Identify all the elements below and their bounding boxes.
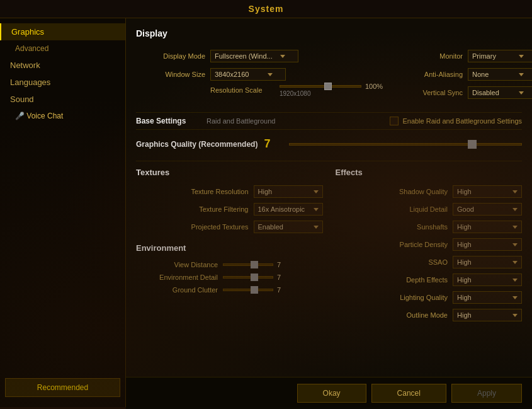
dropdown-arrow-icon (314, 208, 319, 211)
monitor-label: Monitor (406, 52, 463, 60)
enable-raid-label: Enable Raid and Battleground Settings (402, 117, 522, 125)
env-slider-1[interactable] (223, 276, 273, 279)
dropdown-arrow-icon (512, 190, 518, 193)
graphics-quality-row: Graphics Quality (Recommended) 7 (136, 137, 522, 151)
effect-label-4: SSAO (336, 258, 448, 266)
dropdown-arrow-icon (512, 243, 518, 246)
sidebar-item-sound[interactable]: Sound (0, 91, 125, 108)
dropdown-arrow-icon (314, 190, 319, 193)
sidebar-item-languages[interactable]: Languages (0, 74, 125, 91)
quality-value: 7 (264, 137, 283, 151)
projected-textures-label: Projected Textures (136, 223, 249, 231)
env-value-1: 7 (277, 274, 286, 281)
environment-title: Environment (136, 243, 323, 255)
vertical-sync-label: Vertical Sync (406, 89, 463, 96)
effects-row: Shadow Quality High (336, 185, 523, 198)
texture-filtering-dropdown[interactable]: 16x Anisotropic (254, 203, 323, 216)
texture-resolution-dropdown[interactable]: High (254, 185, 323, 198)
sidebar-item-voice-chat[interactable]: 🎤 Voice Chat (0, 108, 125, 124)
effect-label-6: Lighting Quality (336, 294, 448, 301)
env-value-2: 7 (277, 286, 286, 294)
dropdown-arrow-icon (512, 296, 518, 299)
vertical-sync-dropdown[interactable]: Disabled (468, 86, 532, 99)
effects-title: Effects (336, 168, 523, 179)
quality-slider[interactable] (289, 143, 522, 146)
textures-section: Textures Texture Resolution High Texture… (136, 168, 323, 326)
effect-label-5: Depth Effects (336, 276, 448, 284)
base-settings-label: Base Settings (136, 117, 199, 125)
quality-label: Graphics Quality (Recommended) (136, 140, 258, 149)
effect-label-2: Sunshafts (336, 223, 448, 231)
sidebar-item-graphics[interactable]: Graphics (0, 23, 125, 40)
effect-dropdown-0[interactable]: High (453, 185, 522, 198)
page-title: System (249, 4, 284, 14)
textures-title: Textures (136, 168, 323, 179)
projected-textures-dropdown[interactable]: Enabled (254, 221, 323, 233)
dropdown-arrow-icon (512, 279, 518, 282)
projected-textures-row: Projected Textures Enabled (136, 221, 323, 233)
env-row: Ground Clutter 7 (136, 286, 323, 294)
anti-aliasing-label: Anti-Aliasing (406, 71, 463, 78)
effect-label-7: Outline Mode (336, 311, 448, 319)
dropdown-arrow-icon (280, 55, 285, 58)
env-value-0: 7 (277, 261, 286, 268)
texture-resolution-label: Texture Resolution (136, 188, 249, 195)
effects-row: Particle Density High (336, 238, 523, 251)
dropdown-arrow-icon (512, 226, 518, 229)
env-label-1: Environment Detail (136, 274, 218, 281)
effects-row: Lighting Quality High (336, 291, 523, 304)
effect-dropdown-4[interactable]: High (453, 256, 522, 268)
resolution-scale-slider[interactable] (280, 85, 361, 88)
okay-button[interactable]: Okay (297, 384, 366, 403)
effects-rows: Shadow Quality High Liquid Detail Good S… (336, 185, 523, 321)
dropdown-arrow-icon (314, 226, 319, 229)
env-slider-2[interactable] (223, 289, 273, 291)
dropdown-arrow-icon (519, 73, 524, 76)
recommended-button[interactable]: Recommended (5, 378, 120, 397)
effect-dropdown-1[interactable]: Good (453, 203, 522, 216)
texture-filtering-row: Texture Filtering 16x Anisotropic (136, 203, 323, 216)
effect-label-0: Shadow Quality (336, 188, 448, 195)
env-label-2: Ground Clutter (136, 286, 218, 294)
enable-raid-checkbox[interactable] (390, 117, 399, 125)
window-size-dropdown[interactable]: 3840x2160 (210, 68, 286, 81)
texture-filtering-label: Texture Filtering (136, 205, 249, 213)
environment-rows: View Distance 7 Environment Detail 7 Gro… (136, 261, 323, 294)
effect-label-3: Particle Density (336, 241, 448, 248)
divider (136, 161, 522, 161)
monitor-dropdown[interactable]: Primary (468, 50, 532, 62)
cancel-button[interactable]: Cancel (371, 384, 446, 403)
sidebar-item-network[interactable]: Network (0, 57, 125, 74)
checkbox-container: Enable Raid and Battleground Settings (390, 117, 522, 125)
settings-columns: Textures Texture Resolution High Texture… (136, 168, 522, 326)
effect-label-1: Liquid Detail (336, 205, 448, 213)
content-area: Display Display Mode Fullscreen (Wind...… (126, 18, 532, 407)
env-row: Environment Detail 7 (136, 274, 323, 281)
dropdown-arrow-icon (519, 55, 524, 58)
environment-section: Environment View Distance 7 Environment … (136, 243, 323, 294)
effect-dropdown-6[interactable]: High (453, 291, 522, 304)
effect-dropdown-5[interactable]: High (453, 274, 522, 286)
resolution-scale-value: 100% (365, 83, 387, 90)
dropdown-arrow-icon (519, 91, 524, 95)
resolution-scale-label: Resolution Scale (210, 86, 263, 94)
effects-row: Outline Mode High (336, 309, 523, 321)
effect-dropdown-3[interactable]: High (453, 238, 522, 251)
sidebar-item-advanced[interactable]: Advanced (0, 40, 125, 57)
effects-row: Sunshafts High (336, 221, 523, 233)
effect-dropdown-2[interactable]: High (453, 221, 522, 233)
env-slider-0[interactable] (223, 263, 273, 266)
texture-resolution-row: Texture Resolution High (136, 185, 323, 198)
display-mode-dropdown[interactable]: Fullscreen (Wind... (210, 50, 298, 62)
apply-button[interactable]: Apply (451, 384, 522, 403)
dropdown-arrow-icon (512, 208, 518, 211)
env-row: View Distance 7 (136, 261, 323, 268)
effect-dropdown-7[interactable]: High (453, 309, 522, 321)
effects-row: Depth Effects High (336, 274, 523, 286)
env-label-0: View Distance (136, 261, 218, 268)
effects-row: Liquid Detail Good (336, 203, 523, 216)
sidebar: Graphics Advanced Network Languages Soun… (0, 18, 126, 407)
dropdown-arrow-icon (512, 261, 518, 264)
dropdown-arrow-icon (512, 314, 518, 317)
anti-aliasing-dropdown[interactable]: None (468, 68, 532, 81)
